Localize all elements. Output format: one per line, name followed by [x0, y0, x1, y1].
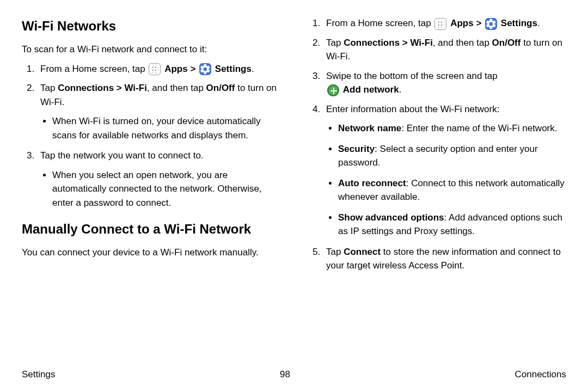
add-network-label: Add network [343, 84, 399, 95]
apps-label: Apps [164, 64, 188, 74]
step-1: From a Home screen, tap Apps > Settings. [37, 62, 280, 76]
step-3: Swipe to the bottom of the screen and ta… [323, 69, 566, 97]
manual-steps: From a Home screen, tap Apps > Settings.… [308, 16, 566, 273]
apps-icon [149, 63, 161, 75]
breadcrumb-arrow: > [190, 64, 198, 74]
intro-manual: You can connect your device to a Wi-Fi n… [22, 246, 280, 260]
list-item: Auto reconnect: Connect to this network … [338, 176, 566, 204]
list-item: Security: Select a security option and e… [338, 142, 566, 170]
list-item: When Wi-Fi is turned on, your device aut… [52, 114, 280, 142]
step-2: Tap Connections > Wi-Fi, and then tap On… [37, 81, 280, 142]
intro-scan: To scan for a Wi-Fi network and connect … [22, 42, 280, 57]
text: Enter information about the Wi-Fi networ… [326, 104, 499, 114]
settings-icon [485, 18, 497, 30]
path: Connections > Wi-Fi [58, 83, 147, 93]
label: Security [338, 144, 375, 154]
step-2-sub: When Wi-Fi is turned on, your device aut… [40, 114, 280, 142]
footer-right: Connections [514, 369, 566, 380]
path: Connections > Wi-Fi [344, 38, 433, 48]
onoff: On/Off [206, 83, 235, 93]
text: Tap [326, 38, 344, 48]
step-4: Enter information about the Wi-Fi networ… [323, 102, 566, 238]
list-item: Network name: Enter the name of the Wi-F… [338, 121, 566, 136]
add-icon [327, 84, 339, 96]
text: Tap the network you want to connect to. [40, 150, 204, 161]
apps-label: Apps [450, 18, 474, 28]
page-content: Wi-Fi Networks To scan for a Wi-Fi netwo… [0, 0, 588, 359]
settings-label: Settings [215, 64, 252, 74]
scan-steps: From a Home screen, tap Apps > Settings.… [22, 62, 280, 210]
text: . [399, 84, 402, 95]
step-3-sub: When you select an open network, you are… [40, 168, 280, 210]
connect-label: Connect [344, 247, 381, 257]
text: Tap [326, 247, 344, 257]
label: Network name [338, 123, 401, 133]
text: : Enter the name of the Wi-Fi network. [401, 123, 557, 133]
label: Show advanced options [338, 212, 444, 223]
page-footer: Settings 98 Connections [22, 369, 566, 380]
list-item: Show advanced options: Add advanced opti… [338, 211, 566, 238]
text: From a Home screen, tap [326, 18, 433, 28]
apps-icon [434, 18, 446, 30]
settings-label: Settings [501, 18, 537, 28]
text: From a Home screen, tap [40, 64, 148, 74]
heading-manual-connect: Manually Connect to a Wi-Fi Network [22, 219, 280, 239]
text: . [537, 18, 540, 28]
list-item: When you select an open network, you are… [52, 168, 280, 210]
text: Swipe to the bottom of the screen and ta… [326, 71, 498, 81]
onoff: On/Off [492, 38, 521, 48]
step-2: Tap Connections > Wi-Fi, and then tap On… [323, 36, 566, 64]
heading-wifi-networks: Wi-Fi Networks [22, 16, 280, 36]
footer-left: Settings [22, 369, 55, 380]
footer-page-number: 98 [280, 369, 290, 380]
right-column: From a Home screen, tap Apps > Settings.… [308, 16, 566, 359]
label: Auto reconnect [338, 178, 406, 188]
left-column: Wi-Fi Networks To scan for a Wi-Fi netwo… [22, 16, 280, 359]
text: Tap [40, 83, 58, 93]
step-5: Tap Connect to store the new information… [323, 245, 566, 273]
settings-icon [199, 63, 211, 75]
breadcrumb-arrow: > [476, 18, 484, 28]
text: , and then tap [147, 83, 206, 93]
step-4-sub: Network name: Enter the name of the Wi-F… [326, 121, 566, 238]
text: . [252, 64, 254, 74]
step-3: Tap the network you want to connect to. … [37, 149, 280, 210]
text: , and then tap [433, 38, 492, 48]
step-1: From a Home screen, tap Apps > Settings. [323, 16, 566, 30]
